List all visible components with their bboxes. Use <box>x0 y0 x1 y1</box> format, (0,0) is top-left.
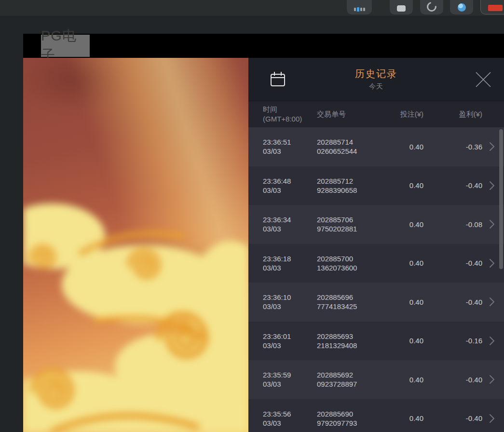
row-profit-amount: -0.40 <box>423 298 482 306</box>
media-glyph <box>354 7 365 12</box>
row-profit-amount: -0.36 <box>423 143 482 151</box>
row-bet-amount: 0.40 <box>394 181 423 189</box>
row-order-number: 202885706 9750202881 <box>317 215 394 233</box>
row-order-number: 202885712 9288390658 <box>317 176 394 195</box>
history-row[interactable]: 23:36:01 03/03 202885693 2181329408 0.40… <box>248 322 504 361</box>
game-art-background <box>23 58 248 432</box>
row-bet-amount: 0.40 <box>394 298 423 306</box>
history-row[interactable]: 23:36:10 03/03 202885696 7774183425 0.40… <box>248 283 504 322</box>
row-time: 23:35:59 03/03 <box>263 370 317 389</box>
chevron-right-icon[interactable] <box>482 258 495 269</box>
pinned-media-icon[interactable] <box>347 0 372 14</box>
row-profit-amount: -0.40 <box>423 259 482 267</box>
scrollbar-thumb[interactable] <box>499 129 503 269</box>
history-row[interactable]: 23:35:59 03/03 202885692 0923728897 0.40… <box>248 360 504 399</box>
screen: PG电子 <box>0 0 504 432</box>
row-time: 23:36:10 03/03 <box>263 293 317 311</box>
history-panel-header: 历史记录 今天 <box>248 58 504 101</box>
app-window-icon[interactable] <box>390 0 413 14</box>
row-profit-amount: -0.08 <box>423 220 482 229</box>
history-row[interactable]: 23:36:18 03/03 202885700 1362073600 0.40… <box>248 244 504 283</box>
history-panel: 历史记录 今天 时间 (GMT+8:00) 交易 <box>248 58 504 432</box>
row-time: 23:36:51 03/03 <box>263 137 317 156</box>
close-icon[interactable] <box>474 70 492 89</box>
game-titlebar: PG电子 <box>23 34 504 58</box>
row-order-number: 202885714 0260652544 <box>317 137 394 156</box>
cloud-swirls-art <box>23 58 248 432</box>
history-table-header: 时间 (GMT+8:00) 交易单号 投注(¥) 盈利(¥) <box>248 101 504 127</box>
row-time: 23:36:48 03/03 <box>263 176 317 195</box>
row-bet-amount: 0.40 <box>394 259 423 267</box>
column-header-time: 时间 (GMT+8:00) <box>263 105 317 124</box>
calendar-icon[interactable] <box>269 70 287 89</box>
chevron-right-icon[interactable] <box>482 413 495 424</box>
row-bet-amount: 0.40 <box>394 376 423 384</box>
game-title-chip: PG电子 <box>41 35 90 57</box>
chevron-right-icon[interactable] <box>482 219 495 230</box>
row-order-number: 202885690 9792097793 <box>317 409 394 428</box>
refresh-glyph <box>425 0 438 14</box>
panel-subtitle: 今天 <box>369 82 383 91</box>
row-profit-amount: -0.40 <box>423 414 482 422</box>
browser-toolbar <box>0 0 504 16</box>
row-profit-amount: -0.40 <box>423 376 482 384</box>
row-order-number: 202885693 2181329408 <box>317 332 394 350</box>
history-rows: 23:36:51 03/03 202885714 0260652544 0.40… <box>248 127 504 432</box>
row-bet-amount: 0.40 <box>394 220 423 229</box>
chevron-right-icon[interactable] <box>482 141 495 152</box>
row-time: 23:36:01 03/03 <box>263 332 317 350</box>
chevron-right-icon[interactable] <box>482 297 495 307</box>
row-order-number: 202885692 0923728897 <box>317 370 394 389</box>
row-bet-amount: 0.40 <box>394 337 423 345</box>
globe-glyph <box>458 3 466 12</box>
history-row[interactable]: 23:35:56 03/03 202885690 9792097793 0.40… <box>248 399 504 432</box>
sync-refresh-icon[interactable] <box>420 0 443 14</box>
history-row[interactable]: 23:36:34 03/03 202885706 9750202881 0.40… <box>248 205 504 244</box>
row-order-number: 202885700 1362073600 <box>317 254 394 272</box>
row-profit-amount: -0.16 <box>423 337 482 345</box>
history-row[interactable]: 23:36:51 03/03 202885714 0260652544 0.40… <box>248 127 504 166</box>
game-window: PG电子 <box>23 34 504 432</box>
column-header-order: 交易单号 <box>317 110 394 119</box>
history-row[interactable]: 23:36:48 03/03 202885712 9288390658 0.40… <box>248 166 504 205</box>
panel-title: 历史记录 <box>355 68 397 81</box>
globe-icon[interactable] <box>450 0 473 14</box>
red-logo-glyph <box>488 5 503 11</box>
chevron-right-icon[interactable] <box>482 180 495 191</box>
window-glyph <box>397 5 406 12</box>
game-area: 历史记录 今天 时间 (GMT+8:00) 交易 <box>23 58 504 432</box>
brand-logo-icon[interactable] <box>480 0 504 14</box>
chevron-right-icon[interactable] <box>482 374 495 385</box>
column-header-profit: 盈利(¥) <box>423 110 482 119</box>
row-bet-amount: 0.40 <box>394 143 423 151</box>
row-profit-amount: -0.40 <box>423 181 482 189</box>
row-bet-amount: 0.40 <box>394 414 423 422</box>
row-time: 23:36:18 03/03 <box>263 254 317 272</box>
row-order-number: 202885696 7774183425 <box>317 293 394 311</box>
row-time: 23:35:56 03/03 <box>263 409 317 428</box>
chevron-right-icon[interactable] <box>482 336 495 346</box>
row-time: 23:36:34 03/03 <box>263 215 317 233</box>
column-header-bet: 投注(¥) <box>394 110 423 119</box>
